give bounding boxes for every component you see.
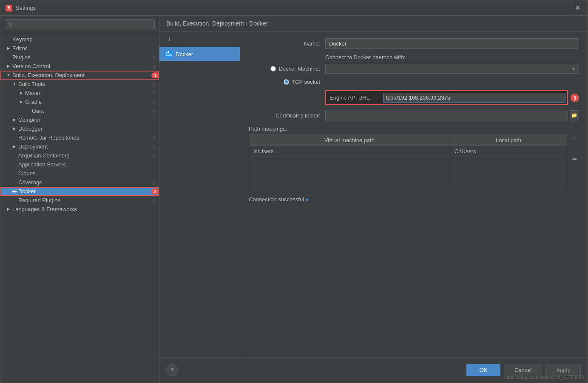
- svg-rect-3: [166, 52, 168, 53]
- name-row: Name:: [249, 38, 579, 49]
- sidebar-item-build-tools[interactable]: Build Tools ⎘: [0, 80, 159, 89]
- certs-label: Certificates folder:: [249, 112, 325, 119]
- sidebar-item-maven[interactable]: Maven ⎘: [0, 89, 159, 97]
- engine-api-box: Engine API URL:: [325, 90, 568, 105]
- certs-wrapper: 📁: [325, 110, 579, 120]
- app-icon: S: [6, 5, 12, 11]
- tcp-socket-radio-wrapper: TCP socket: [249, 79, 325, 85]
- sidebar-item-editor[interactable]: Editor: [0, 44, 159, 53]
- sidebar-item-docker[interactable]: ▶ Docker 2: [0, 187, 159, 196]
- badge-build-execution: 1: [151, 72, 159, 78]
- sidebar-item-deployment[interactable]: Deployment ⎘: [0, 142, 159, 151]
- sidebar-item-app-servers[interactable]: Application Servers: [0, 160, 159, 169]
- arrow-version-control: [6, 63, 11, 69]
- copy-icon-arquillian: ⎘: [153, 153, 156, 158]
- sidebar-item-compiler[interactable]: Compiler: [0, 115, 159, 124]
- cell-vm-path: /c/Users: [249, 146, 450, 157]
- app-icon-letter: S: [8, 6, 11, 10]
- sidebar-label-languages-frameworks: Languages & Frameworks: [12, 206, 159, 212]
- sidebar-label-version-control: Version Control: [12, 63, 153, 69]
- badge-docker: 2: [151, 189, 159, 194]
- arrow-keymap: [6, 37, 11, 43]
- sidebar-label-compiler: Compiler: [18, 117, 159, 123]
- col-vm-path: Virtual machine path: [249, 135, 450, 146]
- edit-mapping-button[interactable]: ✏: [571, 155, 579, 163]
- copy-icon-gradle: ⎘: [153, 100, 156, 105]
- arrow-gant: [25, 108, 31, 114]
- docker-machine-label: Docker Machine:: [278, 66, 320, 72]
- tcp-socket-row: TCP socket: [249, 79, 579, 85]
- panel-body: + −: [159, 31, 588, 357]
- certs-input[interactable]: [325, 111, 568, 120]
- sidebar-label-gradle: Gradle: [25, 99, 153, 105]
- arrow-remote-jar: [11, 135, 17, 141]
- docker-list-item-docker[interactable]: Docker: [159, 47, 240, 61]
- docker-machine-select[interactable]: [325, 64, 579, 74]
- table-row: /c/Users C:\Users: [249, 146, 567, 157]
- arrow-docker: ▶: [11, 189, 17, 194]
- sidebar-item-languages-frameworks[interactable]: Languages & Frameworks: [0, 205, 159, 214]
- arrow-build-execution: [6, 72, 11, 78]
- sidebar-label-debugger: Debugger: [18, 126, 159, 132]
- engine-api-input[interactable]: [383, 93, 565, 103]
- docker-machine-radio[interactable]: [270, 66, 276, 71]
- remove-config-button[interactable]: −: [176, 34, 187, 44]
- window-title: Settings: [16, 5, 572, 11]
- copy-icon-plugins: ⎘: [153, 55, 156, 60]
- arrow-clouds: [11, 171, 17, 177]
- help-button[interactable]: ?: [166, 364, 178, 376]
- connect-daemon-label: Connect to Docker daemon with:: [325, 54, 406, 60]
- tcp-socket-radio[interactable]: [284, 79, 289, 85]
- close-button[interactable]: ✕: [572, 3, 582, 13]
- add-config-button[interactable]: +: [165, 34, 175, 44]
- sidebar-item-plugins[interactable]: Plugins ⎘: [0, 53, 159, 62]
- certs-folder-button[interactable]: 📁: [569, 110, 579, 120]
- svg-rect-5: [168, 51, 169, 52]
- mappings-table: Virtual machine path Local path /c/Users…: [249, 134, 567, 191]
- cell-local-path: C:\Users: [450, 146, 567, 157]
- sidebar-label-docker: Docker: [18, 188, 149, 194]
- sidebar-label-remote-jar: Remote Jar Repositories: [18, 134, 153, 141]
- copy-icon-coverage: ⎘: [153, 180, 156, 185]
- sidebar-label-app-servers: Application Servers: [18, 161, 159, 168]
- path-mappings-section: Path mappings: Virtual machine path Loca…: [249, 126, 579, 191]
- sidebar-label-gant: Gant: [32, 108, 153, 114]
- sidebar-item-build-execution[interactable]: Build, Execution, Deployment 1: [0, 71, 159, 80]
- sidebar-tree: Keymap Editor Plugins ⎘ Version Control: [0, 33, 159, 383]
- sidebar-item-remote-jar[interactable]: Remote Jar Repositories ⎘: [0, 133, 159, 142]
- sidebar-item-clouds[interactable]: Clouds: [0, 169, 159, 178]
- arrow-required-plugins: [11, 197, 17, 203]
- sidebar-item-gant[interactable]: Gant ⎘: [0, 106, 159, 115]
- svg-rect-1: [168, 54, 169, 54]
- ok-button[interactable]: OK: [466, 364, 500, 376]
- docker-list-label: Docker: [176, 51, 193, 57]
- title-bar: S Settings ✕: [0, 0, 588, 16]
- arrow-editor: [6, 46, 11, 51]
- search-input[interactable]: [5, 19, 155, 29]
- copy-icon-build-tools: ⎘: [153, 82, 156, 87]
- sidebar-item-required-plugins[interactable]: Required Plugins ⎘: [0, 196, 159, 205]
- main-content: Keymap Editor Plugins ⎘ Version Control: [0, 16, 588, 383]
- right-panel: Build, Execution, Deployment › Docker + …: [159, 16, 588, 383]
- tcp-socket-label: TCP socket: [292, 79, 320, 85]
- docker-machine-row: Docker Machine:: [249, 64, 579, 74]
- name-input[interactable]: [325, 38, 579, 49]
- remove-mapping-button[interactable]: −: [571, 145, 579, 153]
- sidebar-item-coverage[interactable]: Coverage ⎘: [0, 178, 159, 187]
- svg-rect-0: [166, 54, 168, 54]
- sidebar-item-gradle[interactable]: Gradle ⎘: [0, 97, 159, 106]
- arrow-arquillian: [11, 153, 17, 159]
- arrow-compiler: [11, 117, 17, 123]
- arrow-build-tools: [11, 81, 17, 87]
- panel-toolbar: + −: [159, 31, 240, 47]
- sidebar-item-arquillian[interactable]: Arquillian Containers ⎘: [0, 151, 159, 160]
- sidebar-item-version-control[interactable]: Version Control ⎘: [0, 62, 159, 71]
- arrow-coverage: [11, 180, 17, 186]
- add-mapping-button[interactable]: +: [571, 134, 579, 143]
- sidebar-item-keymap[interactable]: Keymap: [0, 35, 159, 44]
- breadcrumb: Build, Execution, Deployment › Docker: [159, 16, 588, 31]
- sidebar-item-debugger[interactable]: Debugger: [0, 124, 159, 133]
- arrow-deployment: [11, 144, 17, 150]
- bottom-left: ?: [166, 364, 178, 376]
- docker-machine-radio-wrapper: Docker Machine:: [249, 66, 325, 72]
